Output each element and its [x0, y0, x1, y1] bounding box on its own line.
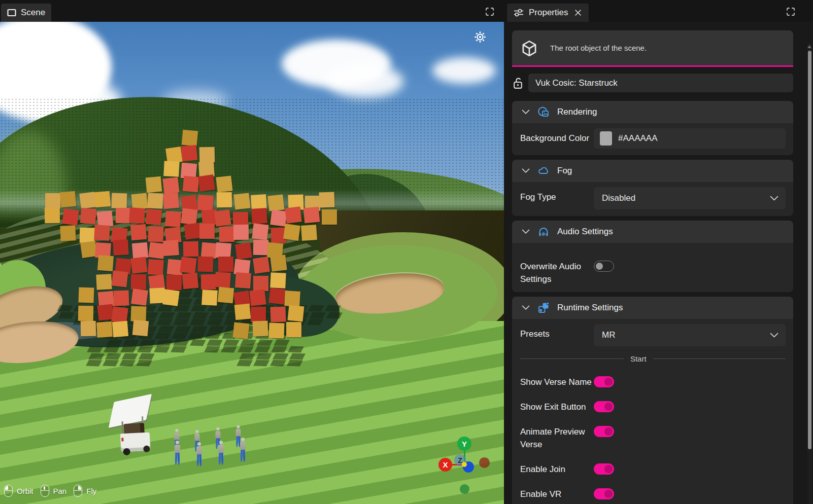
sticky-note-square — [303, 207, 320, 224]
section-header-audio[interactable]: Audio Settings — [512, 221, 793, 243]
property-label: Show Exit Button — [520, 401, 594, 413]
window-icon — [7, 9, 16, 17]
sticky-note-square — [219, 227, 234, 242]
property-label: Fog Type — [520, 187, 594, 203]
sticky-note-square — [235, 272, 251, 289]
property-label: Background Color — [520, 128, 594, 145]
fullscreen-icon[interactable] — [485, 7, 495, 17]
tab-scene[interactable]: Scene — [1, 4, 51, 22]
scene-name-input[interactable] — [528, 74, 793, 92]
close-icon[interactable] — [574, 9, 583, 17]
sticky-note-square — [182, 129, 198, 146]
axis-gizmo[interactable]: Z Y X — [426, 435, 502, 501]
toggle-enable-vr[interactable] — [594, 488, 614, 499]
runtime-icon — [537, 302, 550, 314]
select-fog-type[interactable]: Disabled — [594, 187, 786, 209]
sticky-note-square — [112, 321, 128, 337]
sticky-note-square — [270, 209, 287, 226]
neg-x-ball[interactable] — [479, 457, 490, 468]
property-row: Enable Join — [520, 463, 786, 476]
chevron-down-icon — [770, 333, 778, 338]
properties-panel: The root object of the scene. RenderingB… — [504, 22, 813, 504]
sticky-note-square — [130, 257, 147, 274]
control-hint-label: Orbit — [17, 487, 33, 495]
sticky-note-square — [270, 272, 286, 288]
sticky-note-square — [183, 241, 198, 257]
section-label: Rendering — [557, 107, 597, 117]
toggle-show-exit-button[interactable] — [594, 401, 614, 412]
select-value: MR — [602, 330, 770, 340]
person-figure[interactable] — [173, 441, 181, 468]
neg-y-ball[interactable] — [460, 484, 469, 494]
property-row: Show Verse Name — [520, 376, 786, 388]
cube-icon — [519, 38, 540, 59]
golf-cart[interactable] — [109, 394, 160, 458]
fullscreen-icon[interactable] — [786, 7, 796, 17]
sticky-note-square — [268, 323, 284, 339]
gear-icon[interactable] — [473, 30, 487, 44]
person-figure[interactable] — [195, 442, 203, 470]
sticky-note-square — [218, 287, 234, 304]
toggle-enable-join[interactable] — [594, 463, 614, 475]
star-shadow-square — [270, 360, 286, 367]
section-header-rendering[interactable]: Rendering — [512, 101, 793, 123]
start-divider: Start — [520, 353, 786, 364]
section-body-rendering: Background Color#AAAAAA — [512, 123, 793, 155]
property-label: Presets — [520, 324, 594, 340]
divider-label: Start — [630, 354, 647, 363]
property-row: Fog TypeDisabled — [520, 187, 786, 209]
sticky-note-square — [253, 320, 268, 336]
sticky-note-square — [251, 208, 267, 224]
sticky-note-square — [214, 210, 231, 227]
star-shadow-square — [136, 360, 152, 367]
toggle-show-verse-name[interactable] — [594, 376, 614, 387]
section-header-fog[interactable]: Fog — [512, 160, 793, 182]
sticky-note-square — [80, 208, 96, 225]
y-axis-ball[interactable]: Y — [457, 437, 471, 451]
control-hint-fly: Fly — [74, 485, 96, 497]
toggle-overwrite-audio-settings[interactable] — [594, 261, 614, 272]
select-value: Disabled — [602, 193, 770, 203]
unlock-icon[interactable] — [512, 77, 524, 90]
property-label: Overwrite Audio Settings — [520, 260, 594, 285]
sticky-note-square — [163, 240, 179, 256]
sticky-note-square — [78, 305, 94, 321]
sticky-note-square — [162, 289, 180, 306]
scene-viewport[interactable]: Z Y X OrbitPa — [0, 22, 504, 504]
sticky-note-square — [163, 161, 180, 177]
chevron-down-icon — [522, 305, 530, 310]
property-label: Animate Preview Verse — [520, 425, 594, 451]
sticky-note-star[interactable] — [45, 130, 354, 353]
sticky-note-square — [80, 227, 95, 243]
mouse-controls-hint: OrbitPanFly — [4, 485, 96, 497]
root-object-card: The root object of the scene. — [512, 30, 793, 67]
toggle-animate-preview-verse[interactable] — [594, 426, 614, 437]
sticky-note-square — [113, 291, 129, 306]
select-presets[interactable]: MR — [594, 324, 786, 346]
chevron-down-icon — [770, 196, 778, 201]
scene-tab-label: Scene — [21, 8, 45, 18]
scrollbar-thumb[interactable] — [808, 51, 811, 449]
sticky-note-square — [199, 223, 215, 238]
sticky-note-square — [60, 225, 76, 241]
property-label: Show Verse Name — [520, 376, 594, 388]
x-axis-ball[interactable]: X — [438, 458, 452, 472]
chevron-down-icon — [522, 110, 530, 115]
color-value: #AAAAAA — [618, 133, 658, 143]
scrollbar-up-arrow[interactable] — [807, 45, 811, 48]
tab-properties[interactable]: Properties — [507, 4, 589, 22]
panel-scrollbar[interactable] — [807, 44, 812, 504]
sticky-note-square — [253, 257, 270, 274]
person-figure[interactable] — [217, 441, 225, 468]
sticky-note-square — [94, 191, 111, 207]
headphones-icon — [537, 226, 550, 238]
color-input[interactable]: #AAAAAA — [594, 128, 786, 149]
sticky-note-square — [216, 175, 232, 192]
star-shadow-square — [239, 353, 255, 359]
sticky-note-square — [166, 275, 182, 290]
star-shadow-square — [287, 360, 303, 367]
section-header-runtime[interactable]: Runtime Settings — [512, 297, 793, 319]
person-figure[interactable] — [239, 438, 247, 465]
control-hint-orbit: Orbit — [4, 485, 33, 497]
sticky-note-square — [96, 274, 112, 290]
